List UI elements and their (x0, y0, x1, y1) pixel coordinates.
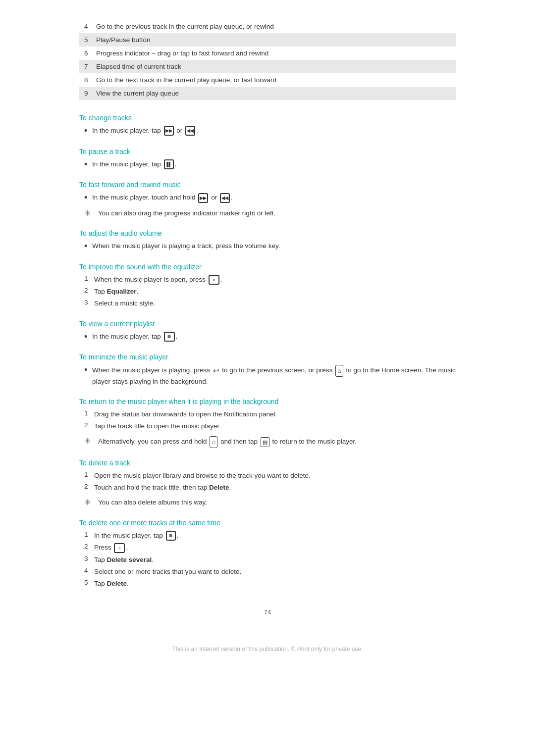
row-number: 7 (84, 63, 96, 70)
section-heading: To change tracks (79, 114, 456, 122)
row-text: Go to the previous track in the current … (96, 23, 274, 30)
tip-icon: ✳ (84, 498, 98, 507)
bullet-text: In the music player, tap ▶▶ or ◀◀. (92, 126, 198, 136)
page-footer: This is an Internet version of this publ… (79, 646, 456, 653)
bullet-text: In the music player, tap ▐▌. (92, 159, 176, 169)
item-text: Open the music player library and browse… (94, 471, 311, 481)
tip-text: You can also drag the progress indicator… (98, 208, 275, 218)
recent-icon: ▤ (261, 437, 269, 448)
section-heading: To delete a track (79, 459, 456, 467)
home-icon: ⌂ (335, 365, 343, 377)
numbered-item: 2Tap the track title to open the music p… (79, 421, 456, 431)
item-number: 1 (84, 471, 94, 478)
item-number: 2 (84, 421, 94, 429)
prev-track-icon: ◀◀ (185, 126, 195, 136)
tip-row: ✳You can also drag the progress indicato… (79, 208, 456, 218)
bullet-dot: • (84, 126, 92, 137)
section-heading: To minimize the music player (79, 353, 456, 361)
item-number: 2 (84, 483, 94, 490)
item-text: Tap Equalizer. (94, 287, 138, 297)
numbered-item: 2Tap Equalizer. (79, 287, 456, 297)
numbered-item: 1When the music player is open, press ≡. (79, 275, 456, 285)
bullet-text: When the music player is playing, press … (92, 365, 456, 387)
item-number: 1 (84, 409, 94, 417)
item-number: 1 (84, 275, 94, 282)
numbered-item: 3Tap Delete several. (79, 555, 456, 565)
row-number: 4 (84, 23, 96, 30)
numbered-item: 2Touch and hold the track title, then ta… (79, 483, 456, 493)
bullet-item: •In the music player, tap ▐▌. (79, 159, 456, 170)
bullet-text: In the music player, tap ▤. (92, 332, 177, 342)
bullet-dot: • (84, 365, 92, 376)
section-heading: To improve the sound with the equalizer (79, 263, 456, 271)
row-text: Play/Pause button (96, 36, 151, 44)
prev-track-icon: ◀◀ (220, 193, 230, 203)
menu-icon: ≡ (114, 543, 125, 553)
table-section: 4Go to the previous track in the current… (79, 20, 456, 100)
item-text: Select a music style. (94, 299, 155, 308)
multi-icon: ▤ (166, 531, 176, 541)
row-text: Progress indicator – drag or tap to fast… (96, 50, 268, 57)
numbered-item: 1In the music player, tap ▤. (79, 531, 456, 541)
item-text: Touch and hold the track title, then tap… (94, 483, 231, 493)
bullet-text: When the music player is playing a track… (92, 241, 280, 251)
item-text: Tap Delete several. (94, 555, 154, 565)
bullet-dot: • (84, 159, 92, 170)
tip-text: You can also delete albums this way. (98, 498, 207, 507)
item-number: 1 (84, 531, 94, 538)
item-number: 3 (84, 555, 94, 562)
back-icon: ↩ (213, 365, 219, 377)
item-number: 2 (84, 287, 94, 294)
item-text: Select one or more tracks that you want … (94, 567, 241, 577)
numbered-item: 1Drag the status bar downwards to open t… (79, 409, 456, 419)
table-row: 9View the current play queue (79, 87, 456, 100)
bullet-item: •In the music player, touch and hold ▶▶ … (79, 193, 456, 203)
row-number: 6 (84, 50, 96, 57)
table-row: 5Play/Pause button (79, 33, 456, 47)
item-number: 3 (84, 299, 94, 306)
content: To change tracks•In the music player, ta… (79, 114, 456, 589)
bullet-dot: • (84, 193, 92, 203)
next-track-icon: ▶▶ (198, 193, 208, 203)
item-text: When the music player is open, press ≡. (94, 275, 222, 285)
numbered-item: 3Select a music style. (79, 299, 456, 308)
section-heading: To pause a track (79, 148, 456, 155)
tip-row: ✳You can also delete albums this way. (79, 498, 456, 507)
bullet-item: •In the music player, tap ▤. (79, 332, 456, 343)
row-number: 9 (84, 90, 96, 97)
bullet-item: •When the music player is playing a trac… (79, 241, 456, 252)
tip-text: Alternatively, you can press and hold ⌂ … (98, 436, 357, 448)
bullet-item: •In the music player, tap ▶▶ or ◀◀. (79, 126, 456, 137)
item-number: 5 (84, 579, 94, 586)
section-heading: To return to the music player when it is… (79, 398, 456, 405)
item-text: Drag the status bar downwards to open th… (94, 409, 277, 419)
next-track-icon: ▶▶ (164, 126, 174, 136)
row-text: Go to the next track in the current play… (96, 76, 276, 84)
page-number: 74 (79, 608, 456, 616)
table-row: 7Elapsed time of current track (79, 60, 456, 73)
table-row: 8Go to the next track in the current pla… (79, 73, 456, 87)
section-heading: To fast forward and rewind music (79, 181, 456, 189)
item-number: 4 (84, 567, 94, 574)
tip-row: ✳Alternatively, you can press and hold ⌂… (79, 436, 456, 448)
pause-icon: ▐▌ (164, 159, 174, 169)
row-text: Elapsed time of current track (96, 63, 181, 70)
row-text: View the current play queue (96, 90, 179, 97)
tip-icon: ✳ (84, 436, 98, 446)
item-text: Tap Delete. (94, 579, 129, 589)
menu-icon: ≡ (209, 275, 219, 285)
row-number: 5 (84, 36, 96, 44)
home-icon: ⌂ (210, 436, 217, 448)
bullet-dot: • (84, 241, 92, 252)
playlist-icon: ▤ (164, 332, 175, 342)
row-number: 8 (84, 76, 96, 84)
tip-icon: ✳ (84, 208, 98, 218)
section-heading: To view a current playlist (79, 320, 456, 328)
item-text: In the music player, tap ▤. (94, 531, 178, 541)
numbered-item: 4Select one or more tracks that you want… (79, 567, 456, 577)
bullet-text: In the music player, touch and hold ▶▶ o… (92, 193, 233, 202)
numbered-item: 2Press ≡. (79, 543, 456, 553)
bullet-item: •When the music player is playing, press… (79, 365, 456, 387)
bullet-dot: • (84, 332, 92, 343)
numbered-item: 1Open the music player library and brows… (79, 471, 456, 481)
